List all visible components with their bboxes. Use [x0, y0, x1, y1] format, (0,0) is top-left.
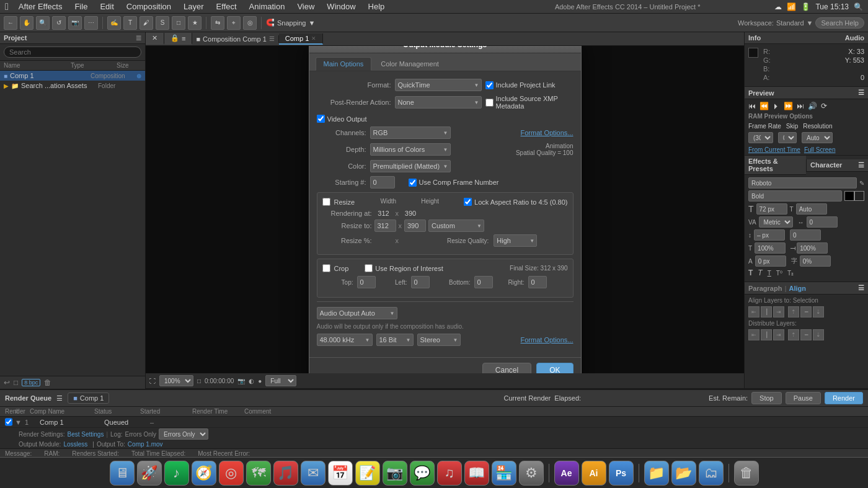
metrics-select[interactable]: Metrics [759, 216, 793, 228]
menu-view[interactable]: View [292, 1, 319, 12]
crop-checkbox[interactable] [322, 264, 330, 272]
align-left-btn[interactable]: ⇤ [748, 306, 760, 317]
dock-itunes2[interactable]: ♫ [437, 461, 462, 486]
viewer-camera-icon[interactable]: 📷 [237, 378, 245, 384]
close-button-left[interactable]: ✕ [146, 33, 164, 45]
full-screen-btn[interactable]: Full Screen [804, 146, 836, 153]
dock-itunes[interactable]: 🎵 [273, 461, 298, 486]
preview-menu[interactable]: ☰ [858, 89, 864, 97]
menu-effect[interactable]: Effect [211, 1, 242, 12]
dock-notes[interactable]: 📝 [355, 461, 380, 486]
use-roi-checkbox[interactable] [365, 264, 373, 272]
font-color-swatch[interactable] [844, 191, 854, 201]
align-bottom-btn[interactable]: ⇣ [813, 306, 824, 317]
italic-btn[interactable]: T [758, 268, 762, 277]
search-icon-menu[interactable]: 🔍 [854, 2, 863, 11]
top-input[interactable] [357, 276, 376, 288]
font-size-unit-field[interactable]: Auto [796, 203, 827, 215]
step-forward-btn[interactable]: ⏩ [784, 102, 793, 110]
dist-bottom-btn[interactable]: ⇣ [813, 329, 824, 340]
new-comp-icon[interactable]: □ [14, 378, 18, 387]
tool-grid[interactable]: ⋯ [84, 16, 98, 30]
menu-aftereffects[interactable]: After Effects [14, 1, 68, 12]
dock-facetime[interactable]: 📷 [383, 461, 407, 486]
font-name-field[interactable]: Roboto [748, 177, 857, 189]
dock-folder3[interactable]: 🗂 [699, 461, 724, 486]
font-style-field[interactable]: Bold [748, 190, 842, 202]
from-current-time-btn[interactable]: From Current Time [748, 146, 800, 153]
modal-tab-main[interactable]: Main Options [316, 57, 372, 71]
tool-pen[interactable]: ✍ [107, 16, 121, 30]
audio-rate-select[interactable]: 48.000 kHz [317, 334, 373, 346]
play-btn[interactable]: ⏵ [773, 102, 780, 110]
align-top-btn[interactable]: ⇡ [788, 306, 799, 317]
skip-to-end-btn[interactable]: ⏭ [797, 102, 804, 110]
baseline-field[interactable]: 0 px [755, 255, 786, 267]
col-size[interactable]: Size [117, 62, 141, 69]
channels-select[interactable]: RGB [370, 126, 451, 139]
scale-v-field[interactable]: 100% [797, 242, 828, 254]
project-item-folder[interactable]: ▶ 📁 Search ...ation Assets Folder [0, 81, 145, 91]
project-search-input[interactable] [4, 47, 141, 58]
starting-hash-input[interactable] [370, 176, 395, 189]
tool-camera[interactable]: 📷 [68, 16, 82, 30]
menu-file[interactable]: File [69, 1, 92, 12]
dock-finder[interactable]: 🖥 [110, 461, 135, 486]
character-menu[interactable]: ☰ [858, 161, 864, 169]
depth-select[interactable]: Millions of Colors [370, 143, 451, 156]
tool-arrow[interactable]: ← [4, 16, 17, 30]
workspace-dropdown[interactable]: ▼ [807, 19, 813, 27]
project-item-comp1[interactable]: ■ Comp 1 Composition ⊕ [0, 71, 145, 81]
audio-btn[interactable]: 🔊 [808, 102, 817, 110]
tool-align[interactable]: ⇆ [211, 16, 224, 30]
font-color-swatch2[interactable] [854, 191, 864, 201]
tool-zoom[interactable]: 🔍 [36, 16, 50, 30]
item-comp1-add[interactable]: ⊕ [136, 73, 141, 79]
menu-window[interactable]: Window [322, 1, 360, 12]
apple-menu[interactable]:  [5, 1, 9, 12]
import-icon[interactable]: ↩ [4, 378, 10, 387]
format-select[interactable]: QuickTime [395, 79, 482, 91]
loop-btn[interactable]: ⟳ [821, 102, 827, 110]
audio-bit-select[interactable]: 16 Bit [376, 334, 414, 346]
post-render-select[interactable]: None [395, 96, 482, 109]
zoom-select[interactable]: 100% [159, 375, 193, 386]
menu-composition[interactable]: Composition [122, 1, 176, 12]
dock-photoshop[interactable]: Ps [609, 461, 634, 486]
lock-aspect-checkbox[interactable] [464, 198, 472, 206]
dist-left-btn[interactable]: ⇤ [748, 329, 760, 340]
viewer-alpha-icon[interactable]: ◐ [249, 378, 254, 384]
tool-brush[interactable]: 🖌 [140, 16, 153, 30]
dock-trash[interactable]: 🗑 [734, 461, 759, 486]
superscript-btn[interactable]: T⁰ [776, 270, 782, 277]
dock-launchpad[interactable]: 🚀 [137, 461, 162, 486]
tsume-field[interactable]: 0% [800, 255, 831, 267]
bold-btn[interactable]: T [748, 268, 753, 277]
tool-eraser[interactable]: □ [172, 16, 185, 30]
output-to-value[interactable]: Comp 1.mov [128, 441, 163, 448]
col-name[interactable]: Name [4, 62, 68, 69]
dock-mail[interactable]: ✉ [301, 461, 326, 486]
viewer-color-icon[interactable]: ● [258, 378, 262, 384]
dock-spotify[interactable]: ♪ [164, 461, 189, 486]
ok-button[interactable]: OK [536, 363, 573, 373]
tool-rotate[interactable]: ↺ [52, 16, 66, 30]
scale-h-field[interactable]: 100% [755, 242, 786, 254]
search-help-box[interactable]: Search Help [815, 17, 864, 29]
rq-menu[interactable]: ☰ [56, 394, 63, 402]
log-select[interactable]: Errors Only [159, 428, 208, 440]
include-project-link-checkbox[interactable] [485, 81, 494, 89]
resize-to-h-input[interactable] [404, 220, 426, 232]
audio-channels-select[interactable]: Stereo [417, 334, 461, 346]
resize-to-w-input[interactable] [374, 220, 396, 232]
comp1-tab[interactable]: Comp 1 ✕ [279, 33, 324, 45]
dock-messages[interactable]: 💬 [410, 461, 435, 486]
cancel-button[interactable]: Cancel [482, 363, 531, 373]
quality-select[interactable]: Full [265, 375, 296, 386]
audio-output-select[interactable]: Audio Output Auto [317, 307, 397, 319]
menu-layer[interactable]: Layer [179, 1, 209, 12]
indent2-field[interactable]: 0 [790, 229, 821, 241]
resize-quality-select[interactable]: High [494, 234, 537, 247]
info-audio-tab[interactable]: Audio [845, 34, 864, 42]
align-right-btn[interactable]: ⇥ [773, 306, 784, 317]
